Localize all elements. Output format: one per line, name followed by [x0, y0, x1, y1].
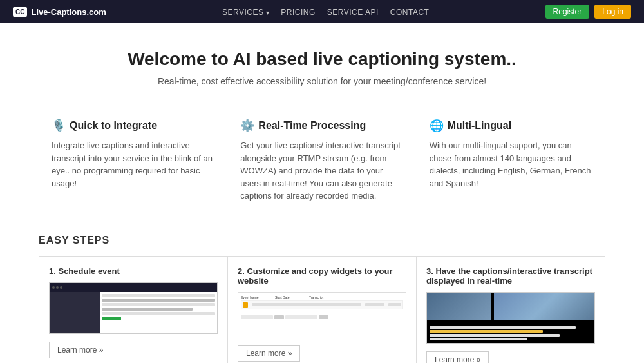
logo-text: Live-Captions.com: [31, 7, 106, 17]
step-3-learn-more[interactable]: Learn more »: [426, 351, 489, 364]
feature-multilingual: 🌐 Multi-Lingual With our multi-lingual s…: [417, 119, 605, 202]
features-section: 🎙️ Quick to Integrate Integrate live cap…: [0, 99, 644, 222]
services-link[interactable]: SERVICES: [222, 8, 263, 17]
contact-link[interactable]: CONTACT: [390, 8, 430, 17]
feature-integrate-desc: Integrate live captions and interactive …: [52, 139, 214, 190]
easy-steps-heading: EASY STEPS: [39, 235, 605, 246]
nav-item-services[interactable]: SERVICES ▾: [222, 6, 269, 17]
nav-links: SERVICES ▾ PRICING SERVICE API CONTACT: [222, 6, 429, 17]
logo[interactable]: CC Live-Captions.com: [13, 7, 106, 17]
nav-buttons: Register Log in: [545, 5, 631, 19]
hero-subtitle: Real-time, cost effective accessibility …: [13, 76, 631, 86]
steps-grid: 1. Schedule event: [39, 256, 605, 364]
service-api-link[interactable]: SERVICE API: [327, 8, 379, 17]
step-1: 1. Schedule event: [39, 257, 228, 364]
nav-item-pricing[interactable]: PRICING: [281, 6, 316, 17]
navbar: CC Live-Captions.com SERVICES ▾ PRICING …: [0, 0, 644, 23]
feature-realtime: ⚙️ Real-Time Processing Get your live ca…: [227, 119, 416, 202]
feature-realtime-desc: Get your live captions/ interactive tran…: [240, 139, 403, 202]
step-3-image: [426, 292, 595, 344]
realtime-icon: ⚙️: [240, 119, 254, 133]
step-1-title: 1. Schedule event: [49, 266, 218, 276]
hero-section: Welcome to AI based live captioning syst…: [0, 23, 644, 99]
pricing-link[interactable]: PRICING: [281, 8, 316, 17]
register-button[interactable]: Register: [545, 5, 590, 19]
feature-multilingual-desc: With our multi-lingual support, you can …: [430, 139, 592, 190]
feature-multilingual-title: 🌐 Multi-Lingual: [430, 119, 592, 133]
nav-item-contact[interactable]: CONTACT: [390, 6, 430, 17]
step-1-image: [49, 282, 218, 334]
step-2-learn-more[interactable]: Learn more »: [238, 345, 300, 362]
logo-icon: CC: [13, 7, 27, 17]
login-button[interactable]: Log in: [594, 5, 631, 19]
multilingual-icon: 🌐: [430, 119, 444, 133]
feature-realtime-title: ⚙️ Real-Time Processing: [240, 119, 403, 133]
step-3: 3. Have the captions/interactive transcr…: [417, 257, 605, 364]
step-1-learn-more[interactable]: Learn more »: [49, 342, 111, 358]
integrate-icon: 🎙️: [52, 119, 66, 133]
step-3-title: 3. Have the captions/interactive transcr…: [426, 266, 595, 286]
easy-steps-section: EASY STEPS 1. Schedule event: [0, 222, 644, 364]
chevron-down-icon: ▾: [266, 9, 269, 16]
feature-integrate: 🎙️ Quick to Integrate Integrate live cap…: [39, 119, 227, 202]
hero-title: Welcome to AI based live captioning syst…: [13, 49, 631, 70]
nav-item-service-api[interactable]: SERVICE API: [327, 6, 379, 17]
step-2: 2. Customize and copy widgets to your we…: [228, 257, 417, 364]
step-2-image: Event Name Start Date Transcript: [238, 292, 406, 337]
feature-integrate-title: 🎙️ Quick to Integrate: [52, 119, 214, 133]
step-2-title: 2. Customize and copy widgets to your we…: [238, 266, 406, 286]
